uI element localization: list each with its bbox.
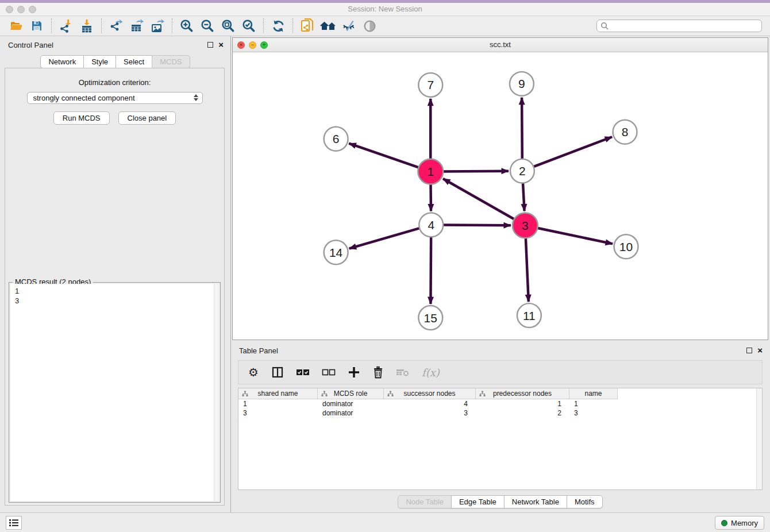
zoom-out-button[interactable] xyxy=(197,17,218,34)
list-icon xyxy=(9,518,19,527)
tab-style[interactable]: Style xyxy=(83,55,116,68)
node-4[interactable]: 4 xyxy=(419,213,443,237)
network-graph[interactable]: 7968124314101511 xyxy=(233,53,768,340)
node-15[interactable]: 15 xyxy=(418,306,442,330)
edge-2-8[interactable] xyxy=(533,137,613,167)
node-table[interactable]: shared nameMCDS rolesuccessor nodesprede… xyxy=(238,388,763,490)
columns-icon[interactable] xyxy=(271,366,284,379)
node-6[interactable]: 6 xyxy=(324,127,348,151)
result-scrollbar[interactable] xyxy=(214,284,219,501)
export-table-button[interactable] xyxy=(126,17,147,34)
column-header-shared-name[interactable]: shared name xyxy=(238,388,318,399)
table-tab-motifs[interactable]: Motifs xyxy=(567,495,603,508)
mcds-result-textarea[interactable]: 13 xyxy=(10,284,219,501)
close-table-panel-icon[interactable]: × xyxy=(757,347,763,354)
open-file-button[interactable] xyxy=(6,17,26,34)
column-header-name[interactable]: name xyxy=(569,388,618,399)
toolbar-separator xyxy=(172,18,172,33)
add-icon[interactable] xyxy=(348,366,360,379)
node-8[interactable]: 8 xyxy=(613,120,637,144)
export-image-button[interactable] xyxy=(147,17,168,34)
delete-table-icon xyxy=(396,368,410,377)
node-label: 1 xyxy=(427,165,434,178)
network-window-titlebar[interactable]: × − + scc.txt xyxy=(233,38,768,52)
deselect-all-icon[interactable] xyxy=(322,368,336,376)
node-9[interactable]: 9 xyxy=(510,72,534,96)
selected-option: strongly connected component xyxy=(33,94,135,102)
node-label: 8 xyxy=(622,125,629,138)
task-history-button[interactable] xyxy=(6,516,22,530)
column-label: predecessor nodes xyxy=(493,390,552,398)
import-table-button[interactable] xyxy=(76,17,97,34)
tab-select[interactable]: Select xyxy=(116,55,152,68)
float-table-panel-icon[interactable] xyxy=(746,348,752,353)
toolbar-separator xyxy=(263,18,264,33)
node-3[interactable]: 3 xyxy=(513,213,538,238)
edge-3-10[interactable] xyxy=(536,228,613,244)
search-input[interactable] xyxy=(596,20,762,32)
node-label: 11 xyxy=(523,309,536,322)
column-header-mcds-role[interactable]: MCDS role xyxy=(318,388,384,399)
control-panel-tabs: NetworkStyleSelectMCDS xyxy=(0,55,230,68)
table-row[interactable]: 3dominator323 xyxy=(238,408,762,418)
close-panel-button[interactable]: Close panel xyxy=(118,111,176,125)
optimization-criterion-select[interactable]: strongly connected component xyxy=(27,92,203,104)
zoom-selected-button[interactable] xyxy=(238,17,259,34)
table-tab-node-table[interactable]: Node Table xyxy=(398,495,452,508)
table-row[interactable]: 1dominator411 xyxy=(238,399,762,408)
edge-2-9[interactable] xyxy=(522,98,522,160)
close-panel-icon[interactable]: × xyxy=(218,41,224,48)
run-mcds-button[interactable]: Run MCDS xyxy=(53,111,110,125)
home-button[interactable] xyxy=(318,17,338,34)
memory-button[interactable]: Memory xyxy=(715,516,764,530)
node-14[interactable]: 14 xyxy=(324,240,348,264)
table-tab-network-table[interactable]: Network Table xyxy=(504,495,567,508)
node-1[interactable]: 1 xyxy=(418,159,443,184)
edge-1-4[interactable] xyxy=(430,183,431,211)
node-7[interactable]: 7 xyxy=(418,73,442,97)
import-network-button[interactable] xyxy=(56,17,76,34)
tab-network[interactable]: Network xyxy=(40,55,84,68)
node-11[interactable]: 11 xyxy=(517,303,541,327)
column-label: MCDS role xyxy=(334,390,368,398)
import-network-icon xyxy=(59,18,74,33)
float-panel-icon[interactable] xyxy=(207,42,213,48)
edge-1-2[interactable] xyxy=(442,171,509,172)
column-label: successor nodes xyxy=(403,390,455,398)
select-all-icon[interactable] xyxy=(296,368,310,376)
cell-mcds-role: dominator xyxy=(318,408,384,418)
delete-icon[interactable] xyxy=(372,366,384,379)
edge-4-15[interactable] xyxy=(430,236,431,304)
network-canvas[interactable]: 7968124314101511 xyxy=(233,53,768,340)
cell-name: 3 xyxy=(569,408,618,418)
edge-2-3[interactable] xyxy=(523,182,525,211)
edge-3-11[interactable] xyxy=(526,237,529,302)
show-all-button[interactable] xyxy=(359,17,380,34)
clone-network-button[interactable] xyxy=(297,17,318,34)
edge-3-1[interactable] xyxy=(443,179,515,220)
refresh-button[interactable] xyxy=(268,17,288,34)
gear-icon[interactable]: ⚙ xyxy=(248,367,259,378)
node-10[interactable]: 10 xyxy=(614,234,638,259)
zoom-out-icon xyxy=(200,18,215,33)
edge-4-14[interactable] xyxy=(349,228,421,249)
node-2[interactable]: 2 xyxy=(510,159,534,183)
table-scrollbar[interactable] xyxy=(756,388,762,489)
hide-selected-button[interactable] xyxy=(338,17,359,34)
edge-4-3[interactable] xyxy=(442,225,511,226)
save-session-button[interactable] xyxy=(26,17,47,34)
main-toolbar xyxy=(0,16,770,36)
table-tab-edge-table[interactable]: Edge Table xyxy=(451,495,505,508)
zoom-in-button[interactable] xyxy=(176,17,197,34)
column-header-successor-nodes[interactable]: successor nodes xyxy=(384,388,476,399)
attribute-type-icon xyxy=(387,391,394,397)
zoom-fit-button[interactable] xyxy=(218,17,238,34)
attribute-type-icon xyxy=(479,391,486,397)
tab-mcds[interactable]: MCDS xyxy=(152,55,190,68)
export-network-button[interactable] xyxy=(106,17,126,34)
table-panel: Table Panel × ⚙ f(x) shared nameMCDS rol… xyxy=(232,344,768,512)
memory-status-icon xyxy=(721,520,727,526)
column-header-predecessor-nodes[interactable]: predecessor nodes xyxy=(476,388,569,399)
cell-successor-nodes: 3 xyxy=(384,408,476,418)
edge-1-6[interactable] xyxy=(349,144,419,168)
